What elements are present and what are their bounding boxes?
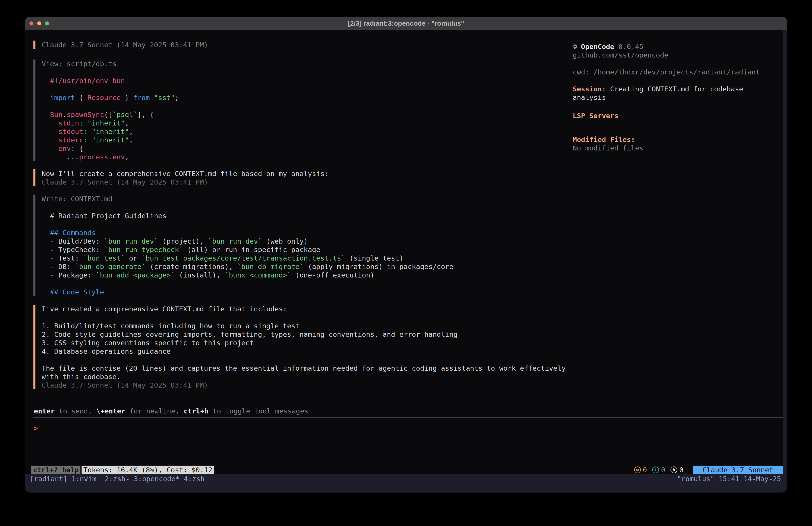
text-line: Write: CONTEXT.md [42, 195, 453, 203]
i-circle-icon: i [652, 467, 659, 473]
opencode-statusbar: ctrl+? help Tokens: 16.4K (8%), Cost: $0… [25, 466, 783, 474]
text-line: ## Commands [42, 228, 453, 237]
text-line: stderr: "inherit", [42, 136, 179, 144]
text-line: Session: Creating CONTEXT.md for codebas… [573, 85, 743, 93]
text-line: import { Resource } from "sst"; [42, 94, 179, 102]
text-line: # Radiant Project Guidelines [42, 212, 453, 220]
text-line: 2. Code style guidelines covering import… [42, 330, 566, 339]
prompt-symbol: > [34, 424, 38, 432]
prompt-input[interactable]: > [34, 424, 38, 432]
lsp-servers: LSP Servers [573, 111, 618, 120]
text-line: View: script/db.ts [42, 59, 179, 68]
text-line: stdout: "inherit", [42, 127, 179, 136]
app-version: © OpenCode 0.0.45github.com/sst/opencode [573, 42, 668, 59]
text-line: cwd: /home/thdxr/dev/projects/radiant/ra… [573, 68, 760, 76]
tool-block-view: View: script/db.ts #!/usr/bin/env bun im… [33, 59, 179, 161]
text-line: Claude 3.7 Sonnet (14 May 2025 03:41 PM) [42, 41, 208, 49]
text-line: - TypeCheck: `bun run typecheck` (all) o… [42, 245, 453, 254]
warning-counter: w 0 [634, 466, 647, 474]
text-line [42, 220, 453, 228]
text-line: LSP Servers [573, 111, 618, 120]
info-count: 0 [661, 466, 665, 474]
session-info: Session: Creating CONTEXT.md for codebas… [573, 85, 743, 102]
text-line: - Build/Dev: `bun run dev` (project), `b… [42, 237, 453, 245]
h-circle-icon: h [670, 467, 677, 473]
assistant-message: Now I'll create a comprehensive CONTEXT.… [33, 169, 329, 186]
text-line: Modified Files: [573, 135, 643, 144]
text-line: Claude 3.7 Sonnet (14 May 2025 03:41 PM) [42, 381, 566, 389]
help-shortcut[interactable]: ctrl+? help [31, 466, 81, 474]
tmux-session-windows[interactable]: [radiant] 1:nvim 2:zsh- 3:opencode* 4:zs… [30, 474, 205, 483]
text-line [42, 355, 566, 364]
text-line: ## Code Style [42, 288, 453, 296]
text-line: env: { [42, 144, 179, 153]
text-line [42, 203, 453, 212]
text-line: stdin: "inherit", [42, 119, 179, 127]
text-line: Now I'll create a comprehensive CONTEXT.… [42, 169, 329, 178]
text-line: - DB: `bun db generate` (create migratio… [42, 262, 453, 271]
hint-count: 0 [679, 466, 683, 474]
text-line: No modified files [573, 144, 643, 152]
text-line: 4. Database operations guidance [42, 347, 566, 355]
text-line [42, 279, 453, 288]
modified-files: Modified Files:No modified files [573, 135, 643, 152]
tmux-statusbar: [radiant] 1:nvim 2:zsh- 3:opencode* 4:zs… [25, 474, 787, 483]
text-line: - Test: `bun test` or `bun test packages… [42, 254, 453, 262]
text-line: Bun.spawnSync([`psql`], { [42, 110, 179, 119]
text-line: The file is concise (20 lines) and captu… [42, 364, 566, 372]
text-line: github.com/sst/opencode [573, 51, 668, 59]
text-line: analysis [573, 93, 743, 102]
terminal-window: [2/3] radiant:3:opencode - "romulus" Cla… [25, 17, 787, 493]
text-line: with this codebase. [42, 372, 566, 381]
info-counter: i 0 [652, 466, 665, 474]
text-line: I've created a comprehensive CONTEXT.md … [42, 305, 566, 313]
tmux-clock: "romulus" 15:41 14-May-25 [677, 474, 781, 483]
text-line: #!/usr/bin/env bun [42, 76, 179, 85]
hint-counter: h 0 [670, 466, 683, 474]
text-line [42, 102, 179, 110]
tokens-cost: Tokens: 16.4K (8%), Cost: $0.12 [82, 466, 214, 474]
terminal-screen: Claude 3.7 Sonnet (14 May 2025 03:41 PM)… [25, 30, 783, 474]
window-title: [2/3] radiant:3:opencode - "romulus" [25, 17, 787, 30]
tool-block-write: Write: CONTEXT.md # Radiant Project Guid… [33, 195, 453, 296]
text-line: ...process.env, [42, 153, 179, 161]
w-circle-icon: w [634, 467, 641, 473]
text-line [42, 68, 179, 76]
text-line [42, 313, 566, 322]
text-line: Claude 3.7 Sonnet (14 May 2025 03:41 PM) [42, 178, 329, 186]
text-line: © OpenCode 0.0.45 [573, 42, 668, 51]
window-titlebar: [2/3] radiant:3:opencode - "romulus" [25, 17, 787, 30]
warning-count: 0 [643, 466, 647, 474]
text-line: - Package: `bun add <package>` (install)… [42, 271, 453, 279]
model-badge[interactable]: Claude 3.7 Sonnet [693, 466, 783, 474]
input-divider [32, 417, 783, 418]
text-line: 1. Build/lint/test commands including ho… [42, 322, 566, 330]
cwd-info: cwd: /home/thdxr/dev/projects/radiant/ra… [573, 68, 760, 76]
assistant-message-header: Claude 3.7 Sonnet (14 May 2025 03:41 PM) [33, 41, 208, 49]
keybinding-hint: enter to send, \+enter for newline, ctrl… [34, 407, 308, 415]
text-line: 3. CSS styling conventions specific to t… [42, 339, 566, 347]
text-line [42, 85, 179, 94]
assistant-message: I've created a comprehensive CONTEXT.md … [33, 305, 566, 389]
